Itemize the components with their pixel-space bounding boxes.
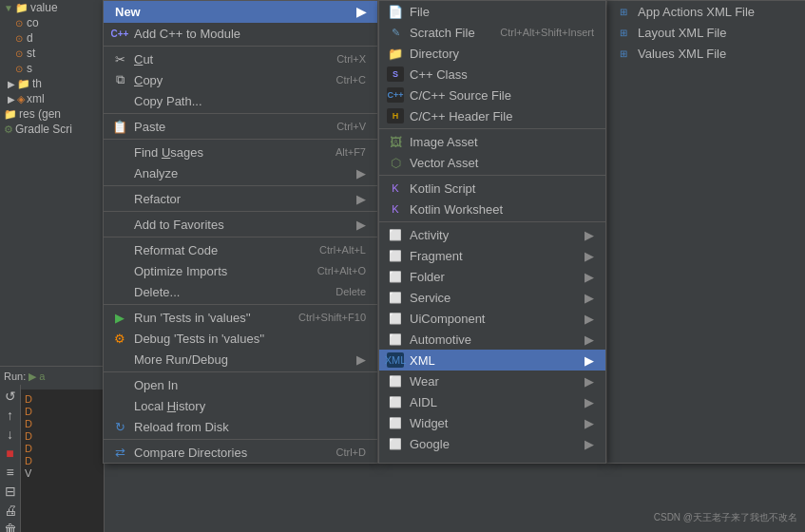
submenu-item-file-label: File [410,5,594,19]
favorites-icon [111,217,128,232]
values-xml-icon: ⊞ [615,46,632,61]
menu-item-delete[interactable]: Delete... Delete [104,281,377,302]
xml-sub-item-values-label: Values XML File [638,47,726,61]
submenu-item-image[interactable]: 🖼 Image Asset [379,131,605,152]
submenu-item-activity[interactable]: ⬜ Activity ▶ [379,224,605,245]
widget-icon: ⬜ [387,415,404,430]
tree-item-gradle[interactable]: ⚙ Gradle Scri [0,122,104,137]
submenu-item-service[interactable]: ⬜ Service ▶ [379,287,605,308]
menu-item-reformat[interactable]: Reformat Code Ctrl+Alt+L [104,239,377,260]
cpp-module-icon: C++ [111,26,128,41]
separator-1 [104,46,377,47]
run-print-icon[interactable]: 🖨 [1,503,20,518]
widget-arrow: ▶ [585,416,594,430]
tree-item-6[interactable]: ▶ ◈ xml [0,91,104,106]
submenu-item-fragment[interactable]: ⬜ Fragment ▶ [379,245,605,266]
submenu-item-cpp-header[interactable]: H C/C++ Header File [379,105,605,126]
tree-root[interactable]: ▼ 📁 value [0,0,104,15]
submenu-item-widget[interactable]: ⬜ Widget ▶ [379,412,605,433]
menu-item-add-cpp[interactable]: C++ Add C++ to Module [104,23,377,44]
menu-item-paste-label: Paste [134,120,317,134]
submenu-item-wear[interactable]: ⬜ Wear ▶ [379,370,605,391]
tree-item-5[interactable]: ▶ 📁 th [0,76,104,91]
menu-item-copy-path[interactable]: Copy Path... [104,90,377,111]
menu-header-arrow: ▶ [356,5,366,19]
menu-item-refactor[interactable]: Refactor ▶ [104,188,377,209]
submenu-item-cpp-src[interactable]: C++ C/C++ Source File [379,85,605,105]
submenu-item-scratch[interactable]: ✎ Scratch File Ctrl+Alt+Shift+Insert [379,22,605,43]
menu-item-reload[interactable]: ↻ Reload from Disk [104,416,377,437]
submenu-item-google[interactable]: ⬜ Google ▶ [379,433,605,454]
ui-arrow: ▶ [585,312,594,326]
run-up-icon[interactable]: ↑ [1,408,20,423]
menu-item-analyze[interactable]: Analyze ▶ [104,162,377,183]
menu-item-more-run-label: More Run/Debug [134,352,349,367]
menu-item-compare[interactable]: ⇄ Compare Directories Ctrl+D [104,442,377,463]
reload-icon: ↻ [111,419,128,434]
folder-icon: ⬜ [387,269,404,284]
cpp-src-icon: C++ [387,87,404,103]
debug-tests-icon: ⚙ [111,331,128,346]
menu-item-open-in[interactable]: Open In [104,374,377,395]
wear-icon: ⬜ [387,373,404,389]
menu-item-more-run[interactable]: More Run/Debug ▶ [104,349,377,370]
tree-item-2[interactable]: ⊙ d [0,30,104,46]
submenu-item-kotlin-worksheet[interactable]: K Kotlin Worksheet [379,199,605,219]
run-stop-icon[interactable]: ■ [1,446,20,461]
delete-icon [111,284,128,299]
separator-2 [104,113,377,114]
tree-item-1[interactable]: ⊙ co [0,15,104,30]
run-tab[interactable]: ▶ a [29,370,45,382]
menu-item-run-tests[interactable]: ▶ Run 'Tests in 'values'' Ctrl+Shift+F10 [104,307,377,328]
xml-sub-item-layout[interactable]: ⊞ Layout XML File [607,22,805,43]
tree-item-label-res: res (gen [19,107,61,121]
menu-item-paste[interactable]: 📋 Paste Ctrl+V [104,116,377,137]
menu-item-add-favorites[interactable]: Add to Favorites ▶ [104,214,377,235]
run-log-6: D [25,455,100,466]
tree-item-4[interactable]: ⊙ s [0,61,104,76]
run-log-1: D [25,393,100,405]
menu-header-new[interactable]: New ▶ [104,1,377,23]
menu-item-refactor-label: Refactor [134,192,349,206]
submenu-item-scratch-label: Scratch File [410,26,481,40]
submenu-item-kotlin-script[interactable]: K Kotlin Script [379,178,605,199]
tree-item-label-3: st [27,47,35,60]
submenu-item-directory-label: Directory [410,47,594,61]
submenu-item-aidl[interactable]: ⬜ AIDL ▶ [379,391,605,412]
more-run-arrow: ▶ [356,352,366,367]
new-separator-2 [379,175,605,176]
menu-item-local-history-label: Local History [134,399,366,413]
submenu-item-folder[interactable]: ⬜ Folder ▶ [379,266,605,287]
menu-item-optimize[interactable]: Optimize Imports Ctrl+Alt+O [104,260,377,281]
submenu-item-directory[interactable]: 📁 Directory [379,43,605,64]
tree-item-3[interactable]: ⊙ st [0,46,104,61]
submenu-item-vector[interactable]: ⬡ Vector Asset [379,152,605,173]
menu-item-cut[interactable]: ✂ Cut Ctrl+X [104,48,377,69]
submenu-item-cpp-class[interactable]: S C++ Class [379,64,605,85]
menu-header-label: New [115,5,141,19]
cut-icon: ✂ [111,51,128,66]
menu-item-find-usages[interactable]: Find Usages Alt+F7 [104,142,377,162]
compare-icon: ⇄ [111,445,128,460]
run-trash-icon[interactable]: 🗑 [1,522,20,532]
submenu-item-file[interactable]: 📄 File [379,1,605,22]
run-align-icon[interactable]: ⊟ [1,484,20,499]
reformat-icon [111,242,128,257]
xml-sub-item-values[interactable]: ⊞ Values XML File [607,43,805,64]
tree-item-res[interactable]: 📁 res (gen [0,106,104,122]
tree-item-label-gradle: Gradle Scri [15,123,72,136]
menu-item-delete-label: Delete... [134,285,316,299]
menu-item-local-history[interactable]: Local History [104,395,377,416]
run-down-icon[interactable]: ↓ [1,427,20,442]
submenu-item-ui[interactable]: ⬜ UiComponent ▶ [379,308,605,329]
submenu-item-automotive[interactable]: ⬜ Automotive ▶ [379,329,605,350]
run-pin-icon[interactable]: ≡ [1,465,20,480]
menu-item-debug-tests[interactable]: ⚙ Debug 'Tests in 'values'' [104,328,377,349]
submenu-item-xml[interactable]: XML XML ▶ [379,350,605,370]
run-restart-icon[interactable]: ↺ [1,389,20,404]
favorites-arrow: ▶ [356,218,366,232]
menu-item-copy[interactable]: ⧉ Copy Ctrl+C [104,69,377,90]
tree-item-label-2: d [27,31,33,45]
xml-sub-item-app-actions[interactable]: ⊞ App Actions XML File [607,1,805,22]
tree-item-label-5: th [32,77,42,90]
